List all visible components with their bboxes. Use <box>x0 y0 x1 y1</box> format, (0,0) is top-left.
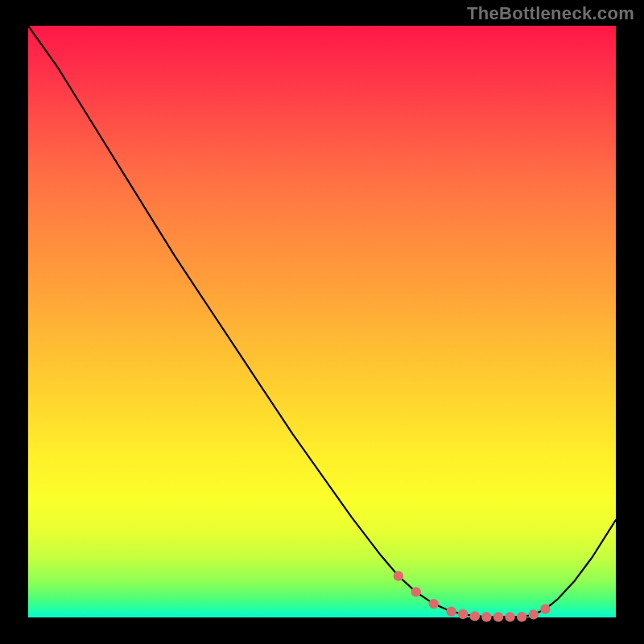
data-point-marker <box>481 612 491 621</box>
data-point-marker <box>411 587 421 597</box>
watermark-text: TheBottleneck.com <box>467 3 634 24</box>
data-point-marker <box>529 609 539 619</box>
data-point-marker <box>505 612 514 621</box>
data-point-marker <box>470 611 480 621</box>
chart-svg <box>28 26 616 617</box>
data-point-marker <box>540 605 550 614</box>
data-point-marker <box>429 599 439 609</box>
data-point-marker <box>446 606 456 616</box>
data-point-marker <box>517 612 526 621</box>
bottleneck-curve <box>28 26 616 617</box>
data-point-marker <box>493 612 503 621</box>
plot-area <box>28 26 616 617</box>
data-point-marker <box>394 571 403 580</box>
data-point-marker <box>458 609 468 619</box>
